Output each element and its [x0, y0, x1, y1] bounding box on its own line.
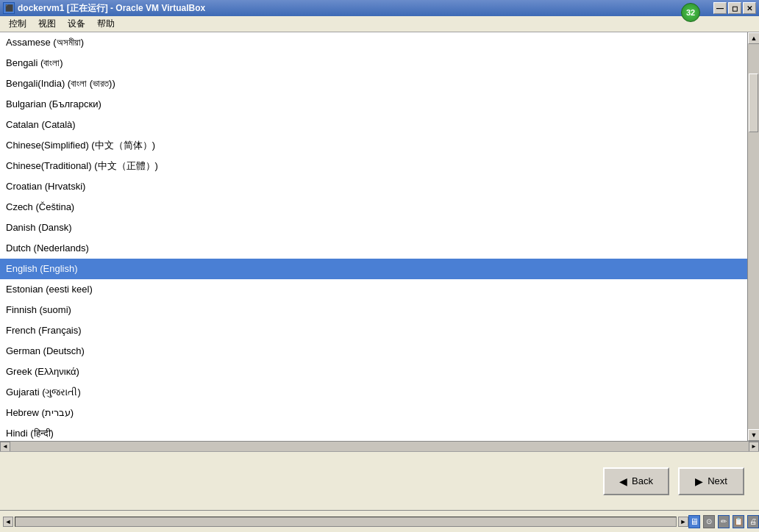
next-label: Next: [708, 475, 727, 486]
language-item[interactable]: Dutch (Nederlands): [0, 238, 747, 259]
language-item[interactable]: Hebrew (עברית): [0, 403, 747, 423]
language-item[interactable]: Gujarati (ગુજરાતી): [0, 382, 747, 403]
language-item[interactable]: Finnish (suomi): [0, 300, 747, 320]
next-icon: ▶: [695, 475, 703, 487]
app-icon: ⬛: [3, 2, 15, 14]
list-container: Assamese (অসমীয়া)Bengali (বাংলা)Bengali…: [0, 32, 759, 441]
scroll-right-button[interactable]: ►: [749, 442, 759, 452]
language-item[interactable]: Hindi (हिन्दी): [0, 423, 747, 441]
horizontal-scrollbar: ◄ ►: [0, 441, 759, 451]
menu-control[interactable]: 控制: [3, 16, 32, 32]
taskbar-right-btn[interactable]: ►: [678, 517, 688, 527]
taskbar-icon-4[interactable]: 📋: [733, 515, 744, 528]
language-item[interactable]: Catalan (Català): [0, 115, 747, 135]
taskbar-icon-2[interactable]: ⊙: [703, 515, 715, 528]
title-bar: ⬛ dockervm1 [正在运行] - Oracle VM VirtualBo…: [0, 0, 759, 16]
taskbar-icon-1[interactable]: 🖥: [688, 515, 700, 528]
language-item[interactable]: English (English): [0, 259, 747, 279]
language-item[interactable]: Bengali(India) (বাংলা (ভারত)): [0, 73, 747, 94]
restore-button[interactable]: ◻: [728, 2, 741, 14]
scroll-thumb[interactable]: [749, 73, 758, 132]
taskbar-left: ◄ ►: [3, 517, 688, 527]
language-item[interactable]: German (Deutsch): [0, 341, 747, 362]
window-title: dockervm1 [正在运行] - Oracle VM VirtualBox: [18, 2, 205, 15]
language-item[interactable]: Bulgarian (Български): [0, 94, 747, 115]
taskbar-scroll-track[interactable]: [15, 517, 677, 527]
language-item[interactable]: Estonian (eesti keel): [0, 279, 747, 300]
language-item[interactable]: Bengali (বাংলা): [0, 53, 747, 73]
scrollbar[interactable]: ▲ ▼: [747, 32, 759, 441]
bottom-bar: ◀ Back ▶ Next: [0, 451, 759, 510]
h-scroll-track[interactable]: [10, 442, 749, 452]
taskbar-left-btn[interactable]: ◄: [3, 517, 13, 527]
language-item[interactable]: Greek (Ελληνικά): [0, 362, 747, 382]
window-controls: — ◻ ✕: [713, 2, 756, 14]
language-list[interactable]: Assamese (অসমীয়া)Bengali (বাংলা)Bengali…: [0, 32, 747, 441]
taskbar-right: 🖥 ⊙ ✏ 📋 🖨 🎧 🖱 USB Right Ctrl: [688, 513, 759, 531]
language-item[interactable]: Chinese(Traditional) (中文（正體）): [0, 156, 747, 176]
menu-help[interactable]: 帮助: [91, 16, 121, 32]
taskbar-icon-3[interactable]: ✏: [718, 515, 730, 528]
taskbar: ◄ ► 🖥 ⊙ ✏ 📋 🖨 🎧 🖱 USB Right Ctrl: [0, 510, 759, 532]
language-item[interactable]: Czech (Čeština): [0, 197, 747, 218]
main-area: Assamese (অসমীয়া)Bengali (বাংলা)Bengali…: [0, 32, 759, 441]
next-button[interactable]: ▶ Next: [678, 467, 744, 495]
badge: 32: [681, 3, 700, 22]
scroll-left-button[interactable]: ◄: [0, 442, 10, 452]
scroll-up-button[interactable]: ▲: [748, 32, 759, 44]
back-label: Back: [632, 475, 653, 486]
taskbar-icon-5[interactable]: 🖨: [747, 515, 759, 528]
menu-devices[interactable]: 设备: [62, 16, 91, 32]
minimize-button[interactable]: —: [713, 2, 727, 14]
scroll-track[interactable]: [748, 44, 759, 429]
close-button[interactable]: ✕: [743, 2, 756, 14]
language-item[interactable]: Assamese (অসমীয়া): [0, 32, 747, 53]
back-icon: ◀: [619, 475, 627, 487]
scroll-down-button[interactable]: ▼: [748, 429, 759, 441]
language-item[interactable]: Danish (Dansk): [0, 218, 747, 238]
menu-view[interactable]: 视图: [32, 16, 62, 32]
language-item[interactable]: Chinese(Simplified) (中文（简体）): [0, 135, 747, 156]
language-item[interactable]: Croatian (Hrvatski): [0, 176, 747, 197]
back-button[interactable]: ◀ Back: [603, 467, 669, 495]
menu-bar: 控制 视图 设备 帮助: [0, 16, 759, 32]
language-item[interactable]: French (Français): [0, 320, 747, 341]
